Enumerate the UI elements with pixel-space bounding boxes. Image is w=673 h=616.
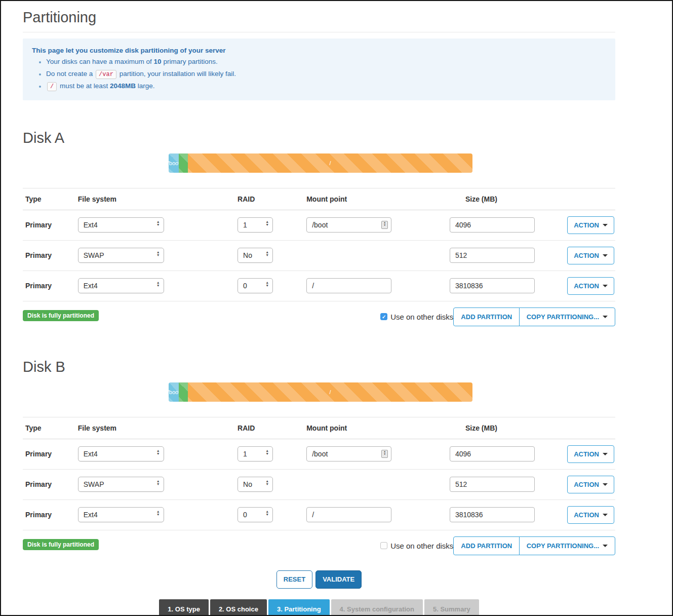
select-arrows-icon: ▲▼ [156, 252, 160, 258]
mount-point-input[interactable] [306, 217, 391, 233]
select-arrows-icon: ▲▼ [156, 512, 160, 518]
size-input[interactable] [450, 278, 535, 293]
select-arrows-icon: ▲▼ [156, 283, 160, 289]
table-row: Primary Ext4▲▼ 0▲▼ ACTION [23, 271, 615, 301]
disk-b-bar-segment-swap [179, 382, 188, 402]
raid-select[interactable]: 1▲▼ [237, 446, 273, 461]
filesystem-select[interactable]: Ext4▲▼ [78, 278, 164, 293]
select-arrows-icon: ▲▼ [156, 481, 160, 487]
root-code-chip: / [47, 82, 57, 91]
action-dropdown-button[interactable]: ACTION [567, 216, 614, 234]
page-title: Partitioning [23, 9, 615, 32]
action-dropdown-button[interactable]: ACTION [567, 445, 614, 463]
table-header-row: Type File system RAID Mount point Size (… [23, 417, 615, 439]
disk-b-bar-segment-root: / [188, 382, 472, 402]
caret-down-icon [603, 316, 608, 318]
use-on-other-disks-label[interactable]: Use on other disks [390, 313, 453, 321]
info-bullet-max-partitions: Your disks can have a maximum of 10 prim… [46, 57, 606, 67]
caret-down-icon [603, 545, 608, 547]
reset-button[interactable]: RESET [276, 570, 312, 589]
mount-point-input[interactable] [306, 507, 391, 522]
mount-point-picker-icon[interactable]: ▲▼ [381, 450, 388, 458]
disk-a-partition-table: Type File system RAID Mount point Size (… [23, 188, 615, 301]
col-header-filesystem: File system [75, 188, 235, 210]
step-summary: 5. Summary [424, 599, 479, 616]
caret-down-icon [603, 254, 608, 257]
info-bullet-root-size: / must be at least 2048MB large. [46, 82, 606, 91]
table-row: Primary SWAP▲▼ No▲▼ ACTION [23, 469, 615, 499]
info-bullet-var-warning: Do not create a /var partition, your ins… [46, 69, 606, 79]
size-input[interactable] [450, 248, 535, 263]
table-row: Primary Ext4▲▼ 1▲▼ ▲▼ ACTION [23, 210, 615, 240]
mount-point-picker-icon[interactable]: ▲▼ [381, 221, 388, 229]
partition-type-label: Primary [23, 210, 75, 240]
select-arrows-icon: ▲▼ [265, 222, 269, 228]
disk-b-partition-table: Type File system RAID Mount point Size (… [23, 417, 615, 530]
size-input[interactable] [450, 507, 535, 522]
use-on-other-disks-checkbox[interactable] [380, 542, 387, 549]
add-partition-button[interactable]: ADD PARTITION [453, 307, 520, 326]
status-badge: Disk is fully partitioned [23, 539, 99, 550]
col-header-type: Type [23, 417, 75, 439]
size-input[interactable] [450, 446, 535, 461]
select-arrows-icon: ▲▼ [265, 512, 269, 518]
caret-down-icon [603, 514, 608, 516]
disk-b-title: Disk B [23, 359, 615, 375]
action-dropdown-button[interactable]: ACTION [567, 476, 614, 493]
info-box: This page let you customize disk partiti… [23, 38, 615, 100]
col-header-mountpoint: Mount point [304, 188, 447, 210]
disk-a-bar-segment-swap [179, 153, 188, 173]
select-arrows-icon: ▲▼ [265, 252, 269, 258]
disk-a-bar-segment-boot: /boot [169, 153, 179, 173]
wizard-steps: 1. OS type 2. OS choice 3. Partitioning … [23, 599, 615, 616]
mount-point-input[interactable] [306, 278, 391, 293]
raid-select[interactable]: 0▲▼ [237, 507, 273, 522]
disk-b-bar-segment-boot: /boot [169, 382, 179, 402]
filesystem-select[interactable]: Ext4▲▼ [78, 507, 164, 522]
action-dropdown-button[interactable]: ACTION [567, 506, 614, 524]
step-os-choice[interactable]: 2. OS choice [210, 599, 267, 616]
partition-type-label: Primary [23, 499, 75, 530]
select-arrows-icon: ▲▼ [265, 451, 269, 457]
disk-a-title: Disk A [23, 130, 615, 146]
action-dropdown-button[interactable]: ACTION [567, 247, 614, 264]
step-system-configuration: 4. System configuration [331, 599, 423, 616]
raid-select[interactable]: No▲▼ [237, 477, 273, 492]
page: Partitioning This page let you customize… [0, 0, 673, 616]
validate-button[interactable]: VALIDATE [315, 570, 362, 589]
filesystem-select[interactable]: Ext4▲▼ [78, 217, 164, 233]
caret-down-icon [603, 483, 608, 486]
step-partitioning[interactable]: 3. Partitioning [268, 599, 330, 616]
table-row: Primary SWAP▲▼ No▲▼ ACTION [23, 240, 615, 271]
select-arrows-icon: ▲▼ [265, 283, 269, 289]
use-on-other-disks-checkbox[interactable] [380, 313, 387, 320]
step-os-type[interactable]: 1. OS type [159, 599, 209, 616]
copy-partitioning-button[interactable]: COPY PARTITIONING... [519, 536, 615, 555]
filesystem-select[interactable]: SWAP▲▼ [78, 248, 164, 263]
size-input[interactable] [450, 477, 535, 492]
info-bullet-list: Your disks can have a maximum of 10 prim… [46, 57, 606, 91]
var-code-chip: /var [96, 70, 116, 79]
col-header-size: Size (MB) [447, 188, 565, 210]
mount-point-input[interactable] [306, 446, 391, 461]
disk-a-bar-segment-root: / [188, 153, 472, 173]
raid-select[interactable]: 1▲▼ [237, 217, 273, 233]
caret-down-icon [603, 453, 608, 455]
caret-down-icon [603, 224, 608, 226]
select-arrows-icon: ▲▼ [156, 222, 160, 228]
add-partition-button[interactable]: ADD PARTITION [453, 536, 520, 555]
disk-a-partition-bar: /boot / [169, 153, 472, 173]
col-header-raid: RAID [235, 417, 304, 439]
action-dropdown-button[interactable]: ACTION [567, 277, 614, 295]
select-arrows-icon: ▲▼ [265, 481, 269, 487]
col-header-filesystem: File system [75, 417, 235, 439]
filesystem-select[interactable]: SWAP▲▼ [78, 477, 164, 492]
size-input[interactable] [450, 217, 535, 233]
use-on-other-disks-label[interactable]: Use on other disks [390, 542, 453, 550]
info-heading: This page let you customize disk partiti… [32, 47, 606, 54]
raid-select[interactable]: No▲▼ [237, 248, 273, 263]
copy-partitioning-button[interactable]: COPY PARTITIONING... [519, 307, 615, 326]
disk-b-partition-bar: /boot / [169, 382, 472, 402]
raid-select[interactable]: 0▲▼ [237, 278, 273, 293]
filesystem-select[interactable]: Ext4▲▼ [78, 446, 164, 461]
